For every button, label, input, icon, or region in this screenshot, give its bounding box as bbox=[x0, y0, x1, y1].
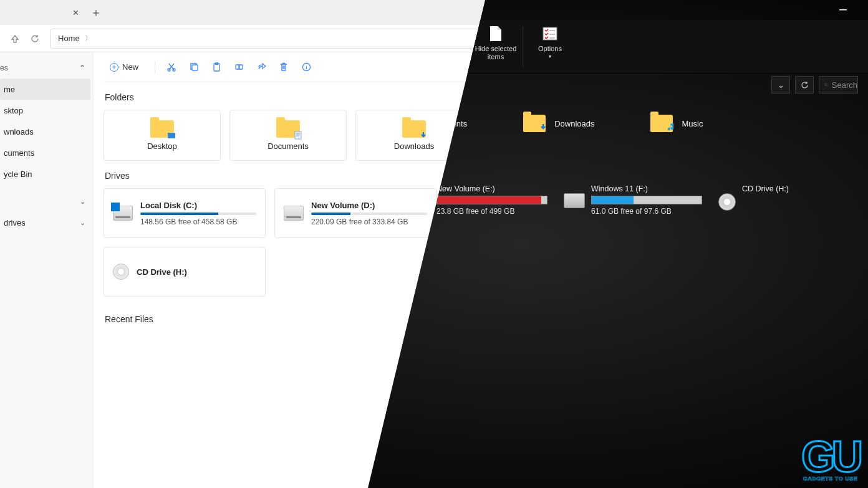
refresh-button[interactable] bbox=[795, 76, 814, 93]
folder-icon bbox=[150, 120, 174, 138]
folder-downloads[interactable]: Downloads bbox=[523, 115, 594, 132]
folder-label: Downloads bbox=[394, 141, 434, 151]
drive-usage-bar bbox=[591, 196, 702, 204]
plus-icon: + bbox=[110, 63, 118, 72]
new-button[interactable]: + New bbox=[104, 60, 145, 74]
sidebar-item-label: me bbox=[4, 85, 15, 94]
sidebar-item-label: sktop bbox=[4, 106, 23, 115]
drive-free: 220.09 GB free of 333.84 GB bbox=[311, 218, 427, 226]
minimize-button[interactable] bbox=[831, 1, 856, 19]
drive-free: 61.0 GB free of 97.6 GB bbox=[591, 207, 702, 216]
cut-button[interactable] bbox=[165, 61, 178, 74]
button-label: Options bbox=[538, 45, 562, 53]
chevron-up-icon: ⌃ bbox=[79, 64, 85, 72]
sidebar-label: es bbox=[0, 64, 8, 72]
drive-free: 148.56 GB free of 458.58 GB bbox=[140, 218, 256, 226]
chevron-down-icon: ⌄ bbox=[80, 219, 85, 227]
explorer-tab[interactable]: ✕ bbox=[5, 2, 86, 22]
options-button[interactable]: Options ▾ bbox=[528, 24, 572, 70]
drive-usage-bar bbox=[436, 196, 547, 204]
folder-icon bbox=[402, 120, 426, 138]
drive-icon bbox=[564, 193, 585, 208]
refresh-button[interactable] bbox=[25, 29, 45, 49]
folder-documents[interactable]: Documents bbox=[229, 110, 347, 161]
drive-icon bbox=[113, 206, 133, 221]
svg-point-12 bbox=[825, 84, 827, 85]
logo-big: GU bbox=[801, 440, 859, 474]
up-button[interactable] bbox=[5, 29, 25, 49]
new-label: New bbox=[122, 62, 138, 72]
search-input[interactable]: Search bbox=[819, 76, 858, 93]
delete-button[interactable] bbox=[277, 61, 290, 74]
sidebar-group-1[interactable]: ⌄ bbox=[0, 191, 93, 212]
sidebar-item-drives[interactable]: drives⌄ bbox=[0, 212, 93, 233]
sidebar-item-label: ycle Bin bbox=[4, 170, 32, 179]
drive-h-dark[interactable]: CD Drive (H:) bbox=[718, 184, 789, 216]
sidebar-item-recycle[interactable]: ycle Bin bbox=[0, 163, 93, 184]
chevron-right-icon[interactable]: 〉 bbox=[85, 34, 92, 43]
folder-label: Desktop bbox=[147, 141, 177, 151]
share-button[interactable] bbox=[255, 61, 268, 74]
properties-button[interactable] bbox=[300, 61, 312, 74]
drive-name: New Volume (D:) bbox=[311, 201, 427, 210]
svg-rect-8 bbox=[168, 133, 175, 138]
search-placeholder: Search bbox=[832, 80, 857, 90]
folder-icon bbox=[523, 115, 546, 132]
file-icon bbox=[487, 25, 504, 42]
separator bbox=[523, 26, 523, 67]
drive-d[interactable]: New Volume (D:) 220.09 GB free of 333.84… bbox=[274, 188, 436, 238]
dark-folder-row: cuments Downloads Music bbox=[436, 115, 868, 132]
folder-label: Downloads bbox=[554, 119, 594, 128]
search-icon bbox=[824, 81, 828, 89]
sidebar-item-documents[interactable]: cuments bbox=[0, 142, 93, 163]
folder-icon bbox=[276, 120, 300, 138]
sidebar-item-label: drives bbox=[4, 218, 26, 227]
drive-f[interactable]: Windows 11 (F:) 61.0 GB free of 97.6 GB bbox=[564, 184, 702, 216]
dark-drive-row: New Volume (E:) 23.8 GB free of 499 GB W… bbox=[436, 184, 868, 216]
logo-small: GADGETS TO USE bbox=[803, 476, 857, 482]
folder-icon bbox=[650, 115, 673, 132]
drive-usage-bar bbox=[140, 213, 256, 215]
svg-rect-10 bbox=[839, 9, 847, 11]
cd-drive-icon bbox=[113, 264, 129, 280]
drive-name: Windows 11 (F:) bbox=[591, 184, 702, 193]
folder-music[interactable]: Music bbox=[650, 115, 703, 132]
hide-selected-button[interactable]: Hide selected items bbox=[474, 24, 518, 70]
sidebar-item-label: cuments bbox=[4, 148, 34, 158]
drive-name: CD Drive (H:) bbox=[742, 184, 789, 193]
drive-c[interactable]: Local Disk (C:) 148.56 GB free of 458.58… bbox=[104, 188, 266, 238]
drive-usage-bar bbox=[311, 213, 427, 215]
chevron-down-icon: ⌄ bbox=[80, 198, 85, 206]
new-tab-button[interactable]: ＋ bbox=[86, 2, 106, 22]
drive-h[interactable]: CD Drive (H:) bbox=[104, 247, 266, 297]
button-label: Hide selected items bbox=[474, 45, 518, 61]
folder-label: Documents bbox=[268, 141, 309, 151]
sidebar-item-home[interactable]: me bbox=[0, 79, 90, 100]
breadcrumb-home[interactable]: Home bbox=[58, 34, 80, 43]
separator bbox=[155, 61, 155, 74]
sidebar-item-label: wnloads bbox=[4, 127, 34, 136]
rename-button[interactable] bbox=[233, 61, 245, 74]
folder-desktop[interactable]: Desktop bbox=[104, 110, 221, 161]
chevron-down-icon: ▾ bbox=[549, 54, 551, 60]
drive-e[interactable]: New Volume (E:) 23.8 GB free of 499 GB bbox=[436, 184, 547, 216]
close-icon[interactable]: ✕ bbox=[70, 7, 81, 18]
watermark-logo: GU GADGETS TO USE bbox=[801, 440, 859, 482]
cd-drive-icon bbox=[718, 193, 736, 211]
sidebar-collapse[interactable]: es ⌃ bbox=[0, 57, 93, 79]
drive-free: 23.8 GB free of 499 GB bbox=[436, 207, 547, 216]
paste-button[interactable] bbox=[210, 61, 223, 74]
drive-name: New Volume (E:) bbox=[436, 184, 547, 193]
svg-rect-2 bbox=[192, 65, 198, 70]
drive-name: Local Disk (C:) bbox=[140, 201, 256, 210]
checklist-icon bbox=[541, 25, 559, 42]
copy-button[interactable] bbox=[188, 61, 200, 74]
folder-label: Music bbox=[682, 119, 703, 128]
history-dropdown[interactable]: ⌄ bbox=[771, 76, 790, 93]
sidebar-item-downloads[interactable]: wnloads bbox=[0, 121, 93, 142]
sidebar: es ⌃ me sktop wnloads cuments ycle Bin ⌄… bbox=[0, 52, 94, 488]
svg-rect-9 bbox=[295, 132, 301, 139]
drive-name: CD Drive (H:) bbox=[137, 267, 256, 277]
drive-icon bbox=[284, 206, 304, 221]
sidebar-item-desktop[interactable]: sktop bbox=[0, 100, 93, 121]
